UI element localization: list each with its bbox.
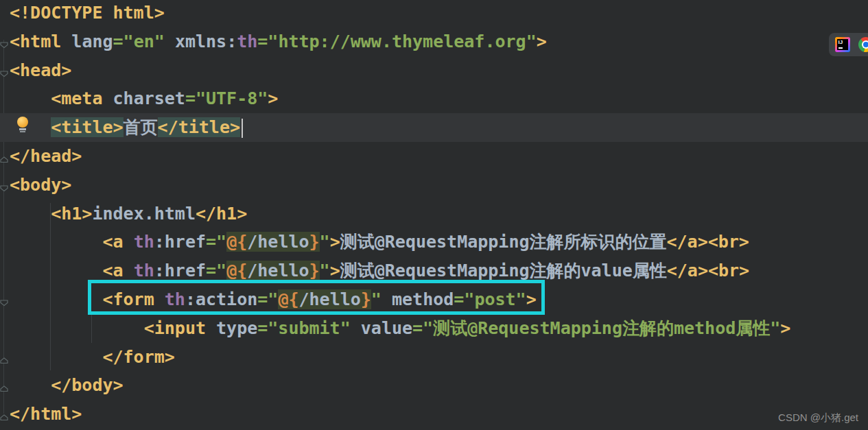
code-token: charset <box>113 88 185 108</box>
code-line-8[interactable]: <h1>index.html</h1> <box>0 200 868 228</box>
code-line-12[interactable]: <input type="submit" value="测试@RequestMa… <box>0 314 868 343</box>
text-caret <box>242 119 243 138</box>
code-token: } <box>309 261 320 280</box>
code-token: </html> <box>10 404 82 424</box>
code-token: > <box>537 32 547 51</box>
annotation-box <box>88 280 545 315</box>
code-token: </form> <box>102 347 174 367</box>
code-token: index.html <box>92 204 196 224</box>
code-token <box>10 88 51 108</box>
code-token: </a><br> <box>667 261 749 280</box>
code-token: value <box>361 318 412 338</box>
code-token <box>10 204 51 224</box>
code-line-5[interactable]: <title>首页</title> <box>0 113 868 142</box>
code-token: /hello <box>247 261 309 280</box>
code-token <box>61 32 71 51</box>
intellij-idea-icon-text: IJ <box>838 39 843 45</box>
code-token <box>124 261 134 280</box>
code-line-14[interactable]: </body> <box>0 371 868 400</box>
code-token: <html <box>10 32 61 51</box>
code-token: <h1> <box>51 204 92 224</box>
code-token: " <box>320 261 330 280</box>
code-token: :href <box>154 261 206 280</box>
code-token <box>206 318 216 338</box>
code-token: </h1> <box>196 204 247 224</box>
code-token: <input <box>144 318 206 338</box>
code-token: lang <box>71 32 113 51</box>
code-token: <meta <box>51 88 102 108</box>
code-token <box>10 347 102 367</box>
code-line-3[interactable]: <head> <box>0 56 868 85</box>
intention-lightbulb-icon[interactable] <box>17 117 28 133</box>
code-token: ="en" <box>113 32 165 51</box>
lightbulb-glass <box>17 117 28 128</box>
code-token <box>10 318 144 338</box>
code-token <box>10 375 51 395</box>
code-token: ="UTF-8" <box>185 88 268 108</box>
code-token: 测试@RequestMapping注解的value属性 <box>340 261 667 280</box>
code-token: <title> <box>51 117 123 137</box>
code-token: <a <box>102 261 123 280</box>
code-token: type <box>216 318 257 338</box>
code-token: > <box>268 88 278 108</box>
code-token <box>10 117 51 137</box>
code-line-6[interactable]: </head> <box>0 142 868 171</box>
code-line-9[interactable]: <a th:href="@{/hello}">测试@RequestMapping… <box>0 228 868 256</box>
code-token: /hello <box>247 232 309 252</box>
code-token: <body> <box>10 175 71 195</box>
code-line-13[interactable]: </form> <box>0 343 868 372</box>
code-token: 首页 <box>124 117 158 137</box>
code-token: th <box>134 261 154 280</box>
ide-screenshot: { "colors": { "bg": "#2A2C2D", "rowbg": … <box>0 0 868 430</box>
code-token <box>165 32 175 51</box>
code-token <box>351 318 361 338</box>
watermark: CSDN @小猪.get <box>778 411 858 425</box>
code-line-4[interactable]: <meta charset="UTF-8"> <box>0 84 868 113</box>
code-token <box>102 88 113 108</box>
code-token <box>10 232 102 252</box>
code-token: } <box>309 232 320 252</box>
code-token: <!DOCTYPE html> <box>10 3 165 23</box>
code-editor[interactable]: <!DOCTYPE html><html lang="en" xmlns:th=… <box>0 0 868 429</box>
code-token: =" <box>206 261 226 280</box>
chrome-icon-center <box>863 42 868 47</box>
code-token: 测试@RequestMapping注解所标识的位置 <box>340 232 667 252</box>
code-token: </head> <box>10 146 82 166</box>
intellij-idea-icon[interactable]: IJ <box>835 37 850 52</box>
code-token: </title> <box>158 117 240 137</box>
code-token: > <box>330 261 340 280</box>
code-token: > <box>330 232 340 252</box>
code-token: <a <box>102 232 123 252</box>
code-token: </body> <box>51 375 123 395</box>
code-line-7[interactable]: <body> <box>0 171 868 200</box>
code-token: th <box>134 232 154 252</box>
code-token: </a><br> <box>667 232 749 252</box>
code-token: ="submit" <box>257 318 350 338</box>
code-token <box>10 261 102 280</box>
lightbulb-base <box>20 131 25 133</box>
code-token: :href <box>154 232 206 252</box>
code-token: th <box>237 32 257 51</box>
code-token: " <box>320 232 330 252</box>
code-token: =" <box>206 232 226 252</box>
chrome-icon[interactable] <box>858 37 868 52</box>
lightbulb-base <box>19 128 26 130</box>
code-token: @{ <box>226 261 247 280</box>
code-token: xmlns: <box>175 32 237 51</box>
code-line-2[interactable]: <html lang="en" xmlns:th="http://www.thy… <box>0 27 868 56</box>
code-line-1[interactable]: <!DOCTYPE html> <box>0 0 868 27</box>
code-token: ="测试@RequestMapping注解的method属性" <box>412 318 780 338</box>
code-token: <head> <box>10 60 71 80</box>
intellij-idea-icon-bar <box>838 47 843 49</box>
code-token: @{ <box>226 232 247 252</box>
code-token: ="http://www.thymeleaf.org" <box>257 32 536 51</box>
code-line-15[interactable]: </html> <box>0 400 868 429</box>
code-token: > <box>780 318 790 338</box>
open-in-browser-toolbar: IJ <box>829 33 868 56</box>
code-token <box>124 232 134 252</box>
